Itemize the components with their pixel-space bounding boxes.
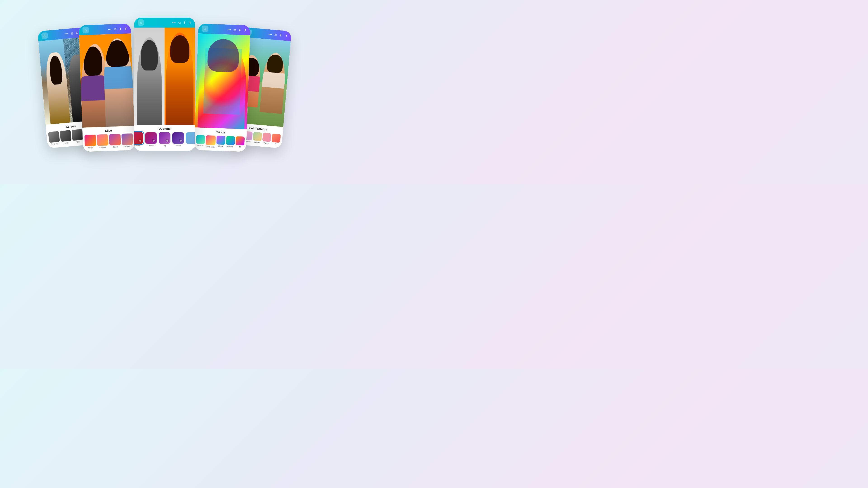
swatch-pop-label: Pop [163, 144, 166, 147]
duotone-swatches: Cherry Fuchsia Pop [136, 132, 193, 147]
swatch-pop[interactable]: Pop [159, 132, 170, 147]
download-icon-3[interactable]: ⬇ [183, 21, 186, 24]
slice-thumbnails: None Chipped Sliced Minced [84, 133, 133, 149]
copy-icon-3[interactable]: ⧉ [178, 21, 181, 25]
thumb-sliced[interactable]: Sliced [109, 134, 121, 148]
slice-effect-title: Slice [84, 128, 132, 133]
share-icon-4[interactable]: ⬆ [244, 28, 247, 32]
thumb-lino-label: Lino [64, 142, 68, 144]
swatch-fuchsia-label: Fuchsia [147, 144, 155, 147]
thumb-windel[interactable]: Windel [253, 132, 262, 144]
thumb-chipped-label: Chipped [99, 146, 106, 149]
thumb-sliced-label: Sliced [113, 146, 118, 148]
thumb-mood-stone[interactable]: Mood Stone [206, 135, 216, 148]
thumb-paint-r-label: R [275, 143, 276, 145]
more-icon-1[interactable]: ••• [65, 32, 68, 36]
home-icon-3: ⌂ [140, 21, 142, 24]
swatch-extra[interactable] [186, 132, 195, 147]
thumb-lino[interactable]: Lino [60, 130, 72, 144]
home-button-2[interactable]: ⌂ [83, 27, 89, 33]
header-icons-2: ••• ⧉ ⬇ ⬆ [108, 27, 127, 31]
phone-trippy-image [195, 33, 250, 129]
thumb-semitone[interactable]: Semitone [48, 131, 60, 145]
download-icon-5[interactable]: ⬇ [279, 33, 282, 37]
thumb-fluorite-1[interactable]: Fluorite [196, 135, 205, 148]
share-icon-3[interactable]: ⬆ [189, 21, 191, 24]
phone-slice-bottom: Slice None Chipped Sliced Minced [82, 126, 135, 152]
home-icon-1: ⌂ [43, 34, 46, 38]
swatch-violet[interactable]: Violet [172, 132, 184, 147]
share-icon-2[interactable]: ⬆ [125, 27, 127, 31]
thumb-trygon[interactable]: Trygon [262, 133, 272, 145]
thumb-trippy-m-label: M [239, 146, 241, 148]
trippy-effect-title: Trippy [196, 130, 245, 135]
phone-slice-image [79, 33, 134, 127]
home-button-3[interactable]: ⌂ [138, 20, 144, 26]
swatch-fuchsia[interactable]: Fuchsia [145, 132, 157, 147]
thumb-mirror[interactable]: Mirror [216, 135, 225, 148]
phone-trippy-bottom: Trippy Fluorite Mood Stone Mirror Fluori… [194, 127, 247, 152]
swatch-cherry-label: Cherry [134, 144, 141, 147]
phone-duotone: ⌂ ••• ⧉ ⬇ ⬆ [134, 18, 195, 151]
swatch-cherry[interactable]: Cherry [134, 132, 143, 147]
home-icon-2: ⌂ [85, 28, 87, 32]
header-icons-3: ••• ⧉ ⬇ ⬆ [172, 21, 191, 25]
thumb-none-slice-label: None [88, 147, 93, 149]
duotone-effect-title: Duotone [136, 127, 193, 130]
thumb-none-slice[interactable]: None [84, 134, 96, 149]
thumb-mood-stone-label: Mood Stone [206, 146, 215, 148]
copy-icon-1[interactable]: ⧉ [70, 31, 73, 35]
home-button-1[interactable]: ⌂ [41, 32, 48, 39]
more-icon-5[interactable]: ••• [268, 33, 272, 36]
thumb-drill[interactable]: Drill [71, 129, 84, 143]
thumb-minced[interactable]: Minced [121, 133, 133, 148]
download-icon-2[interactable]: ⬇ [119, 27, 122, 31]
phone-trippy: ⌂ ••• ⧉ ⬇ ⬆ Trippy Fluorite [194, 24, 250, 152]
home-icon-4: ⌂ [204, 27, 206, 31]
more-icon-2[interactable]: ••• [108, 27, 112, 31]
header-icons-5: ••• ⧉ ⬇ ⬆ [268, 32, 288, 38]
thumb-fluorite-2-label: Fluorite [227, 145, 233, 148]
thumb-fluorite-1-label: Fluorite [197, 144, 204, 147]
more-icon-4[interactable]: ••• [227, 28, 231, 32]
thumb-mirror-label: Mirror [218, 145, 223, 147]
swatch-violet-label: Violet [176, 144, 181, 147]
phone-duotone-bottom: Duotone Cherry Fuchs [134, 125, 195, 151]
thumb-trippy-m[interactable]: M [236, 136, 245, 149]
thumb-fluorite-2[interactable]: Fluorite [226, 136, 235, 149]
thumb-semitone-label: Semitone [51, 142, 58, 145]
thumb-trygon-label: Trygon [264, 142, 269, 144]
thumb-chipped[interactable]: Chipped [97, 134, 109, 149]
thumb-paint-r[interactable]: R [272, 133, 281, 145]
thumb-drill-label: Drill [76, 141, 80, 143]
copy-icon-4[interactable]: ⧉ [234, 28, 236, 32]
copy-icon-5[interactable]: ⧉ [274, 33, 277, 37]
thumb-windel-label: Windel [254, 141, 260, 144]
trippy-thumbnails: Fluorite Mood Stone Mirror Fluorite M [196, 135, 245, 149]
download-icon-1[interactable]: ⬇ [75, 31, 79, 35]
phone-slice: ⌂ ••• ⧉ ⬇ ⬆ Slice [79, 24, 135, 152]
phones-container: ⌂ ••• ⧉ ⬇ ⬆ Screen [29, 13, 300, 171]
home-button-4[interactable]: ⌂ [202, 26, 209, 32]
copy-icon-2[interactable]: ⧉ [114, 27, 117, 31]
thumb-minced-label: Minced [125, 145, 130, 148]
phone-duotone-header: ⌂ ••• ⧉ ⬇ ⬆ [134, 18, 195, 28]
more-icon-3[interactable]: ••• [172, 21, 176, 24]
download-icon-4[interactable]: ⬇ [239, 28, 241, 32]
header-icons-4: ••• ⧉ ⬇ ⬆ [227, 28, 247, 32]
share-icon-5[interactable]: ⬆ [285, 34, 288, 38]
phone-duotone-image [134, 28, 195, 125]
